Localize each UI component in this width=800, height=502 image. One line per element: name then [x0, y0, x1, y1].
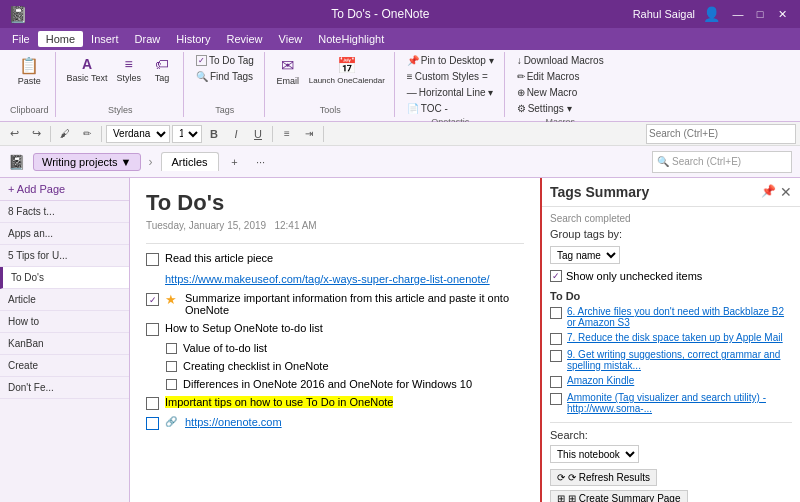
format-painter-button[interactable]: 🖌: [55, 124, 75, 144]
tag-item-link-1[interactable]: 6. Archive files you don't need with Bac…: [567, 306, 792, 328]
todo-text-3: How to Setup OneNote to-do list: [165, 322, 323, 334]
page-item-kanban[interactable]: KanBan: [0, 333, 129, 355]
search-input[interactable]: [646, 124, 796, 144]
ribbon-group-macros: ↓ Download Macros ✏ Edit Macros ⊕ New Ma…: [507, 52, 614, 117]
indent-button[interactable]: ⇥: [299, 124, 319, 144]
custom-styles-button[interactable]: ≡ Custom Styles =: [403, 70, 492, 83]
bold-button[interactable]: B: [204, 124, 224, 144]
menu-view[interactable]: View: [271, 31, 311, 47]
article-link-text[interactable]: https://www.makeuseof.com/tag/x-ways-sup…: [165, 273, 490, 285]
launch-onecalendar-button[interactable]: 📅 Launch OneCalendar: [306, 54, 388, 87]
todo-checkbox-5[interactable]: [146, 417, 159, 430]
new-macro-button[interactable]: ⊕ New Macro: [513, 86, 582, 99]
undo-button[interactable]: ↩: [4, 124, 24, 144]
tags-search-section: Search: This notebook ⟳ ⟳ Refresh Result…: [550, 422, 792, 502]
menu-file[interactable]: File: [4, 31, 38, 47]
horizontal-line-icon: —: [407, 87, 417, 98]
menu-home[interactable]: Home: [38, 31, 83, 47]
paste-button[interactable]: 📋 Paste: [14, 54, 44, 88]
search-box[interactable]: 🔍 Search (Ctrl+E): [652, 151, 792, 173]
more-sections-button[interactable]: ···: [251, 152, 271, 172]
section-tab-articles[interactable]: Articles: [161, 152, 219, 171]
todo-sub-checkbox-1[interactable]: [166, 343, 177, 354]
page-item-apps[interactable]: Apps an...: [0, 223, 129, 245]
tag-button[interactable]: 🏷 Tag: [147, 54, 177, 85]
todo-checkbox-1[interactable]: [146, 253, 159, 266]
tag-item-link-3[interactable]: 9. Get writing suggestions, correct gram…: [567, 349, 792, 371]
group-by-select[interactable]: Tag name: [550, 246, 620, 264]
section-tab-label: Articles: [172, 156, 208, 168]
email-button[interactable]: ✉ Email: [273, 54, 303, 88]
todo-checkbox-4[interactable]: [146, 397, 159, 410]
page-item-create[interactable]: Create: [0, 355, 129, 377]
pin-to-desktop-button[interactable]: 📌 Pin to Desktop ▾: [403, 54, 498, 67]
menu-insert[interactable]: Insert: [83, 31, 127, 47]
settings-icon: ⚙: [517, 103, 526, 114]
show-unchecked-checkbox[interactable]: ✓: [550, 270, 562, 282]
todo-sub-checkbox-2[interactable]: [166, 361, 177, 372]
tag-item-link-5[interactable]: Ammonite (Tag visualizer and search util…: [567, 392, 792, 414]
add-section-button[interactable]: +: [225, 152, 245, 172]
edit-macros-button[interactable]: ✏ Edit Macros: [513, 70, 584, 83]
tags-status: Search completed: [550, 213, 792, 224]
tag-item-link-4[interactable]: Amazon Kindle: [567, 375, 634, 386]
page-item-dontfe[interactable]: Don't Fe...: [0, 377, 129, 399]
tag-item-checkbox-3[interactable]: [550, 350, 562, 362]
tag-item-checkbox-4[interactable]: [550, 376, 562, 388]
eraser-button[interactable]: ✏: [77, 124, 97, 144]
download-macros-button[interactable]: ↓ Download Macros: [513, 54, 608, 67]
page-item-howto[interactable]: How to: [0, 311, 129, 333]
onenote-link[interactable]: https://onenote.com: [185, 416, 282, 428]
add-page-button[interactable]: + Add Page: [0, 178, 129, 201]
align-left-button[interactable]: ≡: [277, 124, 297, 144]
tag-item-checkbox-5[interactable]: [550, 393, 562, 405]
paste-icon: 📋: [19, 56, 39, 75]
basic-text-button[interactable]: A Basic Text: [64, 54, 111, 85]
todo-checkbox-3[interactable]: [146, 323, 159, 336]
todo-sub-text-1: Value of to-do list: [183, 342, 267, 354]
maximize-button[interactable]: □: [750, 5, 770, 23]
custom-styles-icon: ≡: [407, 71, 413, 82]
styles-button[interactable]: ≡ Styles: [113, 54, 144, 85]
create-summary-button[interactable]: ⊞ ⊞ Create Summary Page: [550, 490, 688, 502]
toc-button[interactable]: 📄 TOC -: [403, 102, 452, 115]
note-title: To Do's: [146, 190, 524, 216]
redo-button[interactable]: ↪: [26, 124, 46, 144]
todo-sub-text-3: Differences in OneNote 2016 and OneNote …: [183, 378, 472, 390]
font-size-select[interactable]: 12: [172, 125, 202, 143]
underline-button[interactable]: U: [248, 124, 268, 144]
tag-item-checkbox-1[interactable]: [550, 307, 562, 319]
font-name-select[interactable]: Verdana: [106, 125, 170, 143]
ribbon-group-tags: ✓ To Do Tag 🔍 Find Tags Tags: [186, 52, 265, 117]
close-button[interactable]: ✕: [772, 5, 792, 23]
todo-tag-button[interactable]: ✓ To Do Tag: [192, 54, 258, 67]
todo-sub-checkbox-3[interactable]: [166, 379, 177, 390]
minimize-button[interactable]: —: [728, 5, 748, 23]
menu-draw[interactable]: Draw: [127, 31, 169, 47]
tag-item-checkbox-2[interactable]: [550, 333, 562, 345]
star-icon: ★: [165, 292, 177, 307]
todo-checkbox-2[interactable]: ✓: [146, 293, 159, 306]
page-item-article[interactable]: Article: [0, 289, 129, 311]
tags-scope-select[interactable]: This notebook: [550, 445, 639, 463]
menu-notehighlight[interactable]: NoteHighlight: [310, 31, 392, 47]
settings-button[interactable]: ⚙ Settings ▾: [513, 102, 576, 115]
refresh-results-button[interactable]: ⟳ ⟳ Refresh Results: [550, 469, 657, 486]
page-item-5tips[interactable]: 5 Tips for U...: [0, 245, 129, 267]
find-tags-button[interactable]: 🔍 Find Tags: [192, 70, 257, 83]
pin-panel-icon[interactable]: 📌: [761, 184, 776, 200]
menu-review[interactable]: Review: [219, 31, 271, 47]
menu-history[interactable]: History: [168, 31, 218, 47]
todo-item-3: How to Setup OneNote to-do list: [146, 322, 524, 336]
tag-item-link-2[interactable]: 7. Reduce the disk space taken up by App…: [567, 332, 783, 343]
page-item-8facts[interactable]: 8 Facts t...: [0, 201, 129, 223]
pin-icon: 📌: [407, 55, 419, 66]
horizontal-line-button[interactable]: — Horizontal Line ▾: [403, 86, 497, 99]
tag-item-4: Amazon Kindle: [550, 375, 792, 388]
title-bar: 📓 To Do's - OneNote Rahul Saigal 👤 — □ ✕: [0, 0, 800, 28]
page-item-todos[interactable]: To Do's: [0, 267, 129, 289]
italic-button[interactable]: I: [226, 124, 246, 144]
todo-text-1: Read this article piece: [165, 252, 273, 264]
close-tags-panel-button[interactable]: ✕: [780, 184, 792, 200]
notebook-button[interactable]: Writing projects ▼: [33, 153, 141, 171]
